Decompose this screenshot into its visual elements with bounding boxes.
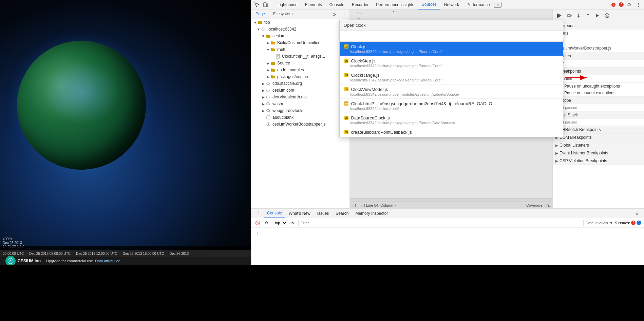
tab-elements[interactable]: Elements xyxy=(302,0,325,10)
file-tree-tab-more[interactable]: » xyxy=(330,10,339,19)
pause-uncaught-checkbox[interactable]: Pause on uncaught exceptions xyxy=(553,83,644,90)
cesium-attribution-link[interactable]: Data attribution xyxy=(95,259,120,263)
cesium-upgrade: Upgrade for commercial use. Data attribu… xyxy=(46,259,120,263)
tab-lighthouse[interactable]: Lighthouse xyxy=(274,0,301,10)
js-file-icon-4: JS xyxy=(344,87,349,92)
open-file-item-clockrange-js[interactable]: JS ClockRange.js localhost:63342/cesium/… xyxy=(340,70,563,84)
tree-item-packages-engine[interactable]: ▶ packages/engine xyxy=(251,73,349,80)
open-file-item-createbillboard-js[interactable]: JS createBillboardPointCallback.js xyxy=(340,127,563,137)
console-settings-button[interactable]: ⚙ xyxy=(263,220,270,226)
debugger-controls xyxy=(553,10,644,22)
tab-performance[interactable]: Performance xyxy=(463,0,493,10)
svg-marker-40 xyxy=(577,16,580,18)
file-tree-tab-page[interactable]: Page xyxy=(251,10,269,18)
tree-item-webgpu[interactable]: ▶ webgpu-devtools xyxy=(251,107,349,114)
more-tabs-button[interactable]: » xyxy=(494,2,502,8)
open-file-dialog: Open clock JS Clock.js xyxy=(339,20,563,137)
file-tree-tab-filesystem[interactable]: Filesystem xyxy=(269,10,297,18)
debugger-scope-header[interactable]: ▶ Scope xyxy=(553,97,644,104)
tab-console[interactable]: Console xyxy=(326,0,348,10)
svg-rect-8 xyxy=(271,42,275,44)
open-file-item-clockviewmodel-js[interactable]: JS ClockViewModel.js localhost:63342/ces… xyxy=(340,84,563,99)
debugger-global-header[interactable]: ▶ Global Listeners xyxy=(553,141,644,149)
debugger-csp-title: CSP Violation Breakpoints xyxy=(560,158,607,163)
svg-text:JS: JS xyxy=(345,117,348,119)
deactivate-breakpoints-button[interactable] xyxy=(603,12,611,20)
open-file-item-clock-html[interactable]: HTML Clock.html?_ijt=9nsgsucgdggrnhemm2q… xyxy=(340,99,563,113)
tree-item-virtualearth[interactable]: ▶ dev.virtualearth.net xyxy=(251,94,349,100)
debugger-threads-header[interactable]: ▶ Threads xyxy=(553,22,644,30)
tab-performance-insights[interactable]: Performance insights xyxy=(373,0,418,10)
earth-globe xyxy=(17,41,146,170)
tree-item-worker[interactable]: ▶ cesiumWorkerBootstrapper.js xyxy=(251,121,349,128)
step-out-button[interactable] xyxy=(584,12,592,20)
tree-item-node-modules[interactable]: ▶ node_modules xyxy=(251,67,349,73)
console-levels-text[interactable]: Default levels xyxy=(586,221,608,225)
file-tree-menu[interactable]: ⋮ xyxy=(339,10,349,19)
debugger-event-header[interactable]: ▶ Event Listener Breakpoints xyxy=(553,149,644,157)
tree-item-source[interactable]: ▶ Source xyxy=(251,60,349,67)
open-file-item-clock-js[interactable]: JS Clock.js localhost:63342/cesium/packa… xyxy=(340,42,563,56)
debugger-callstack-header[interactable]: ▶ Call Stack xyxy=(553,111,644,119)
tree-item-rhett[interactable]: ▼ rhett xyxy=(251,46,349,53)
devtools-toolbar: Lighthouse Elements Console Recorder Per… xyxy=(251,0,644,10)
tree-label-wasm: wasm xyxy=(272,101,283,106)
more-options-button[interactable]: ⋮ xyxy=(634,1,643,9)
folder-icon-top xyxy=(258,20,263,25)
cloud-icon-cdn xyxy=(266,81,271,86)
tab-recorder[interactable]: Recorder xyxy=(348,0,372,10)
open-file-item-datasource-clock-js[interactable]: JS DataSourceClock.js localhost:63342/ce… xyxy=(340,113,563,127)
errors-badge[interactable]: ! xyxy=(609,1,618,9)
tree-item-cesium[interactable]: ▼ cesium xyxy=(251,33,349,39)
console-eye-button[interactable]: 👁 xyxy=(289,220,296,226)
debugger-csp-header[interactable]: ▶ CSP Violation Breakpoints xyxy=(553,157,644,165)
open-file-row-clockrange-js: JS ClockRange.js xyxy=(344,72,559,78)
tree-item-cesium-com[interactable]: ▶ cesium.com xyxy=(251,87,349,94)
console-toolbar: 🚫 ⚙ top 👁 Default levels ▼ 5 Issues: 4 1 xyxy=(251,218,644,228)
debugger-breakpoints-header[interactable]: ▶ Breakpoints xyxy=(553,68,644,75)
tree-item-clock-html[interactable]: ▶ Clock.html?_ijt=9nsgs... xyxy=(251,53,349,60)
open-file-search-input[interactable] xyxy=(340,31,563,42)
console-panel-menu[interactable]: ⋮ xyxy=(254,209,264,217)
console-tabs-more[interactable]: » xyxy=(633,210,641,216)
tree-label-build: Build/CesiumUnminified xyxy=(277,40,320,45)
tree-label-localhost: localhost:63342 xyxy=(268,27,296,32)
tree-item-localhost[interactable]: ▼ localhost:63342 xyxy=(251,26,349,33)
pause-caught-checkbox[interactable]: Pause on caught exceptions xyxy=(553,90,644,96)
js-file-icon-2: JS xyxy=(344,58,349,63)
console-filter-input[interactable] xyxy=(298,220,584,226)
tab-network[interactable]: Network xyxy=(441,0,462,10)
open-file-item-clockstep-js[interactable]: JS ClockStep.js localhost:63342/cesium/p… xyxy=(340,56,563,70)
tree-item-wasm[interactable]: ▶ wasm xyxy=(251,100,349,107)
debugger-xhr-section: ▶ XHR/fetch Breakpoints xyxy=(553,126,644,134)
tree-item-top[interactable]: ▼ top xyxy=(251,19,349,26)
console-tab-whats-new[interactable]: What's New xyxy=(285,209,314,218)
console-top-select[interactable]: top xyxy=(272,220,287,226)
console-input[interactable] xyxy=(260,231,639,235)
debugger-watch-header[interactable]: ▶ Watch xyxy=(553,52,644,60)
step-over-button[interactable] xyxy=(565,12,573,20)
tree-label-cesium-com: cesium.com xyxy=(272,88,294,93)
inspect-element-button[interactable] xyxy=(253,1,261,9)
tree-item-about-blank[interactable]: ▶ about:blank xyxy=(251,114,349,121)
resume-button[interactable] xyxy=(555,12,564,20)
tab-sources[interactable]: Sources xyxy=(418,0,440,10)
open-file-row-clock-html: HTML Clock.html?_ijt=9nsgsucgdggrnhemm2q… xyxy=(344,101,559,106)
device-toolbar-button[interactable] xyxy=(262,1,270,9)
console-tab-search[interactable]: Search xyxy=(332,209,352,218)
tree-arrow-node-modules: ▶ xyxy=(266,68,270,72)
console-prompt-area[interactable]: › xyxy=(254,229,641,237)
console-clear-button[interactable]: 🚫 xyxy=(254,220,261,226)
settings-button[interactable]: ⚙ xyxy=(625,1,633,9)
console-tab-console[interactable]: Console xyxy=(264,209,285,218)
tree-item-cdn[interactable]: ▶ cdn.staticfile.org xyxy=(251,80,349,87)
tree-item-build[interactable]: ▶ Build/CesiumUnminified xyxy=(251,39,349,46)
console-tab-issues[interactable]: Issues xyxy=(314,209,333,218)
step-button[interactable] xyxy=(593,12,602,20)
cloud-icon-webgpu xyxy=(266,108,271,113)
debugger-dom-header[interactable]: ▶ DOM Breakpoints xyxy=(553,134,644,141)
console-tab-memory-inspector[interactable]: Memory Inspector xyxy=(352,209,391,218)
tree-label-virtualearth: dev.virtualearth.net xyxy=(272,95,307,99)
step-into-button[interactable] xyxy=(574,12,583,20)
debugger-xhr-header[interactable]: ▶ XHR/fetch Breakpoints xyxy=(553,126,644,133)
